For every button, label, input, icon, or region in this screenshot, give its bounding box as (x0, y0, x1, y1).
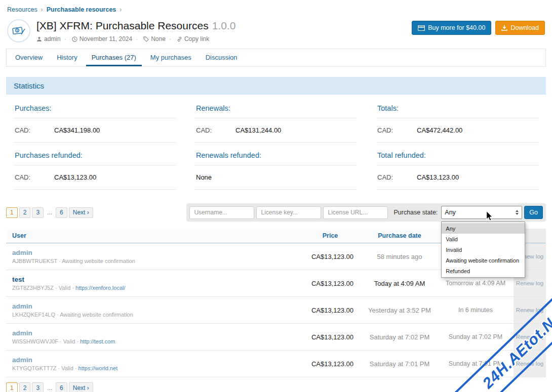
page-2[interactable]: 2 (19, 382, 31, 392)
table-row: admin KTYGQTGKTT7Z · Valid · https://wor… (6, 351, 546, 377)
renew-log-link[interactable]: Renew log (516, 334, 543, 340)
username-input[interactable] (189, 206, 254, 219)
purchase-date-cell: Saturday at 7:01 PM (362, 351, 438, 377)
stat-purchases: Purchases: CAD: CA$341,198.00 (14, 96, 176, 143)
bottom-controls: 1 2 3 ... 6 Next › (6, 382, 546, 392)
resource-version: 1.0.0 (212, 20, 236, 31)
stat-row: CAD: CA$131,244.00 (195, 118, 357, 143)
tab-purchases[interactable]: Purchases (27) (86, 49, 142, 66)
stat-value: CA$341,198.00 (54, 126, 100, 134)
stat-value: None (196, 173, 212, 181)
stat-total-refunded: Total refunded: CAD: CA$13,123.00 (376, 143, 538, 190)
breadcrumb-resources[interactable]: Resources (7, 6, 37, 13)
resource-header: $ [XB] XFRM: Purchasable Resources1.0.0 … (6, 18, 546, 49)
license-url-link[interactable]: https://xenforo.local/ (75, 285, 125, 291)
author-link[interactable]: admin (36, 35, 61, 42)
dropdown-option-any[interactable]: Any (442, 223, 525, 234)
license-info: AJBBWTRUEKST · Awaiting website confirma… (12, 258, 135, 264)
dropdown-option-awaiting[interactable]: Awaiting website confirmation (442, 255, 525, 266)
purchase-state-select[interactable]: Any (441, 206, 522, 219)
stat-heading: Purchases: (14, 96, 176, 118)
username-link[interactable]: test (12, 276, 24, 283)
page-ellipsis: ... (45, 207, 54, 218)
page-3[interactable]: 3 (32, 382, 44, 392)
stat-currency-label: CAD: (15, 173, 54, 181)
page-1[interactable]: 1 (6, 207, 18, 218)
resource-prefix: None (132, 35, 166, 42)
stat-currency-label: CAD: (196, 126, 235, 134)
dropdown-option-valid[interactable]: Valid (442, 234, 525, 244)
dropdown-option-refunded[interactable]: Refunded (442, 266, 525, 276)
stat-totals: Totals: CAD: CA$472,442.00 (376, 96, 538, 143)
breadcrumb-separator-icon: › (120, 6, 122, 13)
license-url-input[interactable] (323, 206, 388, 219)
copy-link-text: Copy link (184, 35, 209, 42)
copy-link[interactable]: Copy link (166, 35, 209, 42)
controls-row: 1 2 3 ... 6 Next › Purchase state: Any A… (6, 203, 546, 222)
tab-my-purchases[interactable]: My purchases (145, 49, 197, 66)
page: Resources › Purchasable resources › $ [X… (0, 0, 552, 392)
price-cell: CA$13,123.00 (299, 270, 362, 296)
stat-heading: Purchases refunded: (14, 143, 176, 165)
expiry-cell: Sunday at 7:01 PM (438, 351, 514, 377)
username-link[interactable]: admin (12, 302, 32, 310)
stat-purchases-refunded: Purchases refunded: CAD: CA$13,123.00 (14, 143, 176, 190)
tab-discussion[interactable]: Discussion (200, 49, 243, 66)
price-cell: CA$13,123.00 (299, 324, 362, 350)
dropdown-option-invalid[interactable]: Invalid (442, 244, 525, 255)
page-1[interactable]: 1 (6, 382, 18, 392)
page-next[interactable]: Next › (69, 382, 93, 392)
username-link[interactable]: admin (12, 329, 32, 337)
license-key-input[interactable] (256, 206, 321, 219)
breadcrumb-purchasable-resources[interactable]: Purchasable resources (47, 6, 116, 13)
title-wrap: [XB] XFRM: Purchasable Resources1.0.0 ad… (36, 19, 235, 42)
stat-currency-label: CAD: (377, 173, 417, 181)
stat-heading: Total refunded: (376, 143, 538, 165)
renew-log-link[interactable]: Renew log (516, 280, 543, 286)
renew-log-link[interactable]: Renew log (516, 361, 543, 367)
username-link[interactable]: admin (12, 356, 32, 364)
price-cell: CA$13,123.00 (299, 351, 362, 377)
user-cell: admin LKHZQKEF14LQ · Awaiting website co… (6, 297, 299, 323)
license-url-link[interactable]: https://world.net (78, 365, 118, 371)
header-buttons: Buy more for $40.00 Download (412, 19, 545, 35)
renew-log-link[interactable]: Renew log (516, 307, 543, 313)
resource-date: November 11, 2024 (61, 35, 133, 42)
resource-icon: $ (7, 19, 30, 42)
buy-more-button[interactable]: Buy more for $40.00 (412, 21, 491, 35)
go-button[interactable]: Go (524, 206, 543, 219)
column-header-purchase-date[interactable]: Purchase date (362, 229, 438, 243)
download-button[interactable]: Download (495, 21, 545, 35)
column-header-price[interactable]: Price (299, 229, 362, 243)
license-info: KTYGQTGKTT7Z · Valid · https://world.net (12, 365, 117, 371)
stat-row: None (195, 165, 357, 190)
filter-bar: Purchase state: Any Any Valid Invalid Aw… (186, 203, 546, 222)
page-6[interactable]: 6 (56, 207, 67, 218)
license-url-link[interactable]: http://test.com (80, 338, 115, 344)
tab-history[interactable]: History (51, 49, 83, 66)
stat-row: CAD: CA$341,198.00 (14, 118, 176, 143)
license-info: WISSHWGWVJ0F · Valid · http://test.com (12, 338, 115, 344)
pagination-bottom: 1 2 3 ... 6 Next › (6, 382, 93, 392)
expiry-cell: Sunday at 7:02 PM (438, 324, 514, 350)
stat-value: CA$472,442.00 (417, 126, 462, 134)
stat-value: CA$13,123.00 (54, 173, 96, 181)
breadcrumb: Resources › Purchasable resources › (6, 5, 546, 18)
page-next[interactable]: Next › (69, 207, 93, 218)
stat-renewals: Renewals: CAD: CA$131,244.00 (195, 96, 357, 143)
page-3[interactable]: 3 (32, 207, 44, 218)
tab-overview[interactable]: Overview (10, 49, 48, 66)
clock-icon (72, 36, 77, 42)
username-link[interactable]: admin (12, 249, 32, 256)
tab-bar: Overview History Purchases (27) My purch… (6, 49, 546, 67)
user-cell: admin KTYGQTGKTT7Z · Valid · https://wor… (6, 351, 299, 377)
column-header-user[interactable]: User (6, 229, 299, 243)
page-2[interactable]: 2 (19, 207, 31, 218)
page-6[interactable]: 6 (56, 382, 67, 392)
stat-value: CA$131,244.00 (235, 126, 281, 134)
stat-currency-label: CAD: (377, 126, 417, 134)
stat-row: CAD: CA$472,442.00 (376, 118, 538, 143)
table-row: admin WISSHWGWVJ0F · Valid · http://test… (6, 324, 546, 351)
download-icon (501, 25, 507, 31)
purchase-date-cell: 58 minutes ago (362, 243, 438, 270)
